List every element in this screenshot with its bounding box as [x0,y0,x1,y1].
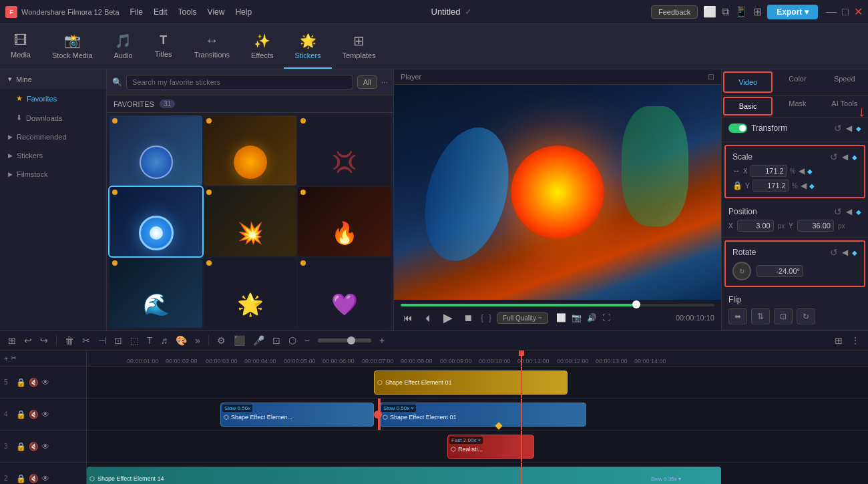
clip-shape-effect-01-track5[interactable]: ⬡ Shape Effect Element 01 [374,371,568,395]
scale-y-input[interactable] [752,180,789,192]
progress-thumb[interactable] [632,300,640,308]
phone-icon[interactable]: 📱 [734,5,748,18]
sidebar-item-recommended[interactable]: ▶ Recommended [0,128,106,146]
rotate-input[interactable] [756,265,803,277]
menu-view[interactable]: View [208,7,225,17]
sticker-item[interactable]: Shape Effect Element 01 [204,115,296,186]
track3-lock-icon[interactable]: 🔒 [16,442,26,451]
rotate-keyframe-btn[interactable]: ◆ [852,249,857,256]
transform-left-btn[interactable]: ◀ [846,124,852,133]
timeline-pip-btn[interactable]: ⊡ [270,334,283,347]
track3-eye-icon[interactable]: 👁 [41,442,49,451]
grid-icon[interactable]: ⊞ [753,5,762,18]
sidebar-item-filmstock[interactable]: ▶ Filmstock [0,165,106,184]
menu-edit[interactable]: Edit [154,7,168,17]
player-progress-bar[interactable] [401,304,714,306]
track2-lock-icon[interactable]: 🔒 [16,474,26,483]
sticker-item-selected[interactable]: Realistic VFX Pack Ele... [110,187,202,257]
search-input[interactable] [126,75,353,89]
tab-color[interactable]: Color [774,69,821,95]
scale-reset-btn[interactable]: ↺ [830,152,838,162]
tool-effects[interactable]: ✨ Effects [240,24,284,69]
timeline-zoom-out-btn[interactable]: − [302,334,312,347]
window-close-btn[interactable]: ✕ [854,5,863,18]
position-reset-btn[interactable]: ↺ [834,206,842,217]
cut-track-icon[interactable]: ✂ [11,354,17,362]
scale-keyframe-btn[interactable]: ◆ [852,154,857,161]
tool-stickers[interactable]: 🌟 Stickers [284,24,331,69]
volume-icon[interactable]: 🔊 [587,313,597,322]
track5-eye-icon[interactable]: 👁 [41,378,49,387]
maximize-icon[interactable]: ⧉ [722,6,729,18]
tool-templates[interactable]: ⊞ Templates [332,24,387,69]
subtab-basic[interactable]: Basic [723,97,773,115]
track4-vol-icon[interactable]: 🔇 [29,410,39,419]
pos-keyframe-btn[interactable]: ◆ [856,208,861,216]
flip-crop-button[interactable]: ⊡ [774,308,793,324]
timeline-redo-btn[interactable]: ↪ [37,334,51,347]
timeline-text-btn[interactable]: T [144,334,156,347]
subtab-ai-tools[interactable]: AI Tools [821,95,868,117]
timeline-no-gap-btn[interactable]: ⊡ [112,334,125,347]
prev-frame-button[interactable]: ⏴ [421,311,435,324]
scale-y-left-btn[interactable]: ◀ [801,181,807,190]
track4-eye-icon[interactable]: 👁 [41,410,49,419]
sticker-item[interactable]: 💥 Destruction - 01 [204,187,296,257]
timeline-mic-btn[interactable]: 🎤 [250,334,267,347]
timeline-settings-btn[interactable]: ⚙ [214,334,228,347]
flip-v-button[interactable]: ⇅ [751,308,770,324]
scale-y-keyframe[interactable]: ◆ [809,182,815,190]
play-button[interactable]: ▶ [441,309,455,326]
timeline-audio-wave-btn[interactable]: ⬛ [231,334,248,347]
clip-shape-effect-01-track4b[interactable]: Slow 0.50x × ⬡ Shape Effect Element 01 [379,403,586,427]
scale-left-diamond[interactable]: ◀ [799,166,805,176]
tab-speed[interactable]: Speed [821,69,868,95]
tool-stock-media[interactable]: 📸 Stock Media [41,24,103,69]
add-track-icon[interactable]: + [4,354,8,362]
export-button[interactable]: Export ▾ [767,5,818,19]
track4-lock-icon[interactable]: 🔒 [16,410,26,419]
flip-rotate-cw-button[interactable]: ↻ [797,308,815,324]
rotate-left-btn[interactable]: ◀ [842,248,848,257]
menu-help[interactable]: Help [235,7,252,17]
pos-x-input[interactable] [737,220,774,232]
track2-vol-icon[interactable]: 🔇 [29,474,39,483]
timeline-split-btn[interactable]: ⊣ [95,334,109,347]
transform-reset-btn[interactable]: ↺ [834,123,842,134]
timeline-layout-btn[interactable]: ⊞ [5,334,19,347]
sidebar-item-downloads[interactable]: ⬇ Downloads [0,108,106,128]
stop-button[interactable]: ⏹ [461,311,475,324]
tool-audio[interactable]: 🎵 Audio [103,24,144,69]
more-options-icon[interactable]: ··· [381,77,388,87]
rotate-reset-btn[interactable]: ↺ [830,247,838,258]
clip-shape-effect-14-track2[interactable]: ⬡ Shape Effect Element 14 Slow 0.35x ▾ [87,467,721,484]
feedback-button[interactable]: Feedback [651,5,698,19]
transform-toggle[interactable] [728,124,747,133]
menu-tools[interactable]: Tools [178,7,197,17]
timeline-menu-btn[interactable]: ⋮ [848,334,863,347]
track2-eye-icon[interactable]: 👁 [41,474,49,483]
timeline-audio-btn[interactable]: ♬ [158,334,171,347]
timeline-more-btn[interactable]: » [192,334,203,347]
sticker-item[interactable]: Shape Effect Element 14 [110,115,202,186]
player-settings-icon[interactable]: ⊡ [708,72,714,81]
pos-left-btn[interactable]: ◀ [846,207,852,216]
timeline-crop-btn[interactable]: ⬚ [128,334,142,347]
timeline-undo-btn[interactable]: ↩ [21,334,35,347]
filter-dropdown[interactable]: All [357,75,377,89]
quality-selector[interactable]: Full Quality ~ [497,312,548,324]
flip-h-button[interactable]: ⬌ [728,308,747,324]
track3-vol-icon[interactable]: 🔇 [29,442,39,451]
window-minimize-btn[interactable]: — [826,6,837,18]
track5-lock-icon[interactable]: 🔒 [16,378,26,387]
menu-file[interactable]: File [130,7,143,17]
subtab-mask[interactable]: Mask [774,95,821,117]
scale-x-keyframe[interactable]: ◆ [807,168,813,175]
tab-video[interactable]: Video [723,71,773,93]
pos-y-input[interactable] [797,220,834,232]
minimize-icon[interactable]: ⬜ [703,5,716,18]
sticker-item[interactable]: 💜 [298,258,391,328]
snapshot-icon[interactable]: 📷 [572,313,582,322]
fullscreen-icon[interactable]: ⛶ [602,313,610,322]
timeline-zoom-in-btn[interactable]: + [377,334,387,347]
